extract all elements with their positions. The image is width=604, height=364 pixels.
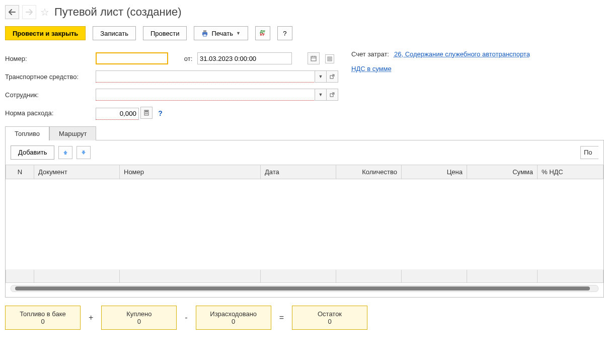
print-button[interactable]: Печать ▼ xyxy=(194,26,248,40)
summary-spent-label: Израсходовано xyxy=(205,310,262,318)
col-sum[interactable]: Сумма xyxy=(467,165,538,179)
summary-bought: Куплено 0 xyxy=(101,306,177,330)
cost-account-label: Счет затрат: xyxy=(351,50,389,58)
summary-bought-label: Куплено xyxy=(111,310,167,318)
employee-dropdown-button[interactable]: ▼ xyxy=(315,89,327,101)
col-price[interactable]: Цена xyxy=(402,165,467,179)
list-icon xyxy=(327,56,332,61)
chevron-down-icon: ▼ xyxy=(319,92,323,97)
summary-tank-label: Топливо в баке xyxy=(15,310,71,318)
submit-and-close-button[interactable]: Провести и закрыть xyxy=(5,26,86,40)
fuel-table: N Документ Номер Дата Количество Цена Су… xyxy=(6,165,603,283)
summary-remain-value: 0 xyxy=(301,318,358,325)
form-fields: Номер: от: Транспортное средство: ▼ xyxy=(5,49,341,123)
table-empty-row[interactable] xyxy=(6,179,603,269)
arrow-down-icon xyxy=(81,150,87,156)
vehicle-dropdown-button[interactable]: ▼ xyxy=(315,70,327,83)
summary-bought-value: 0 xyxy=(111,318,167,325)
svg-point-18 xyxy=(146,112,147,113)
summary-spent: Израсходовано 0 xyxy=(196,306,271,330)
summary-tank-value: 0 xyxy=(15,318,71,325)
svg-point-20 xyxy=(145,113,146,114)
number-label: Номер: xyxy=(5,49,96,67)
employee-lookup-input[interactable] xyxy=(96,89,315,101)
employee-label: Сотрудник: xyxy=(5,86,96,104)
number-input[interactable] xyxy=(96,52,168,64)
tabs: Топливо Маршрут xyxy=(5,126,604,140)
tab-route[interactable]: Маршрут xyxy=(49,126,96,140)
tab-fuel[interactable]: Топливо xyxy=(5,126,49,140)
summary-remain-label: Остаток xyxy=(301,310,358,318)
summary-spent-value: 0 xyxy=(205,318,262,325)
save-button[interactable]: Записать xyxy=(93,26,136,40)
dtkt-icon: ДᴛКᴛ xyxy=(260,30,266,36)
summary-remain: Остаток 0 xyxy=(292,306,367,330)
col-document[interactable]: Документ xyxy=(34,165,120,179)
main-toolbar: Провести и закрыть Записать Провести Печ… xyxy=(5,26,604,40)
rate-calculator-button[interactable] xyxy=(140,107,153,119)
posting-entries-button[interactable]: ДᴛКᴛ xyxy=(255,26,270,40)
svg-point-17 xyxy=(145,112,146,113)
print-button-label: Печать xyxy=(211,30,233,37)
page-title: Путевой лист (создание) xyxy=(54,6,182,19)
date-picker-button[interactable] xyxy=(308,52,320,64)
table-footer-row xyxy=(6,269,603,282)
external-icon xyxy=(330,92,335,97)
col-qty[interactable]: Количество xyxy=(336,165,402,179)
date-input[interactable] xyxy=(197,52,292,64)
col-vat[interactable]: % НДС xyxy=(538,165,603,179)
submit-button[interactable]: Провести xyxy=(143,26,187,40)
summary-tank: Топливо в баке 0 xyxy=(5,306,81,330)
svg-point-21 xyxy=(146,113,147,114)
from-label: от: xyxy=(181,49,197,67)
help-button[interactable]: ? xyxy=(277,26,292,40)
minus-icon: - xyxy=(185,313,187,322)
table-search-button[interactable]: По xyxy=(580,146,598,159)
open-document-list-button[interactable] xyxy=(325,54,334,63)
svg-point-22 xyxy=(147,113,148,114)
calendar-icon xyxy=(311,55,317,61)
fuel-summary-row: Топливо в баке 0 + Куплено 0 - Израсходо… xyxy=(5,306,604,330)
col-date[interactable]: Дата xyxy=(261,165,336,179)
vehicle-label: Транспортное средство: xyxy=(5,67,96,86)
arrow-up-icon xyxy=(62,150,68,156)
printer-icon xyxy=(201,30,208,37)
external-icon xyxy=(330,74,335,79)
svg-rect-3 xyxy=(311,56,316,61)
calculator-icon xyxy=(144,110,149,116)
rate-help-icon[interactable]: ? xyxy=(158,109,163,117)
svg-rect-1 xyxy=(203,30,206,32)
nav-forward-button[interactable] xyxy=(22,5,36,19)
vat-mode-link[interactable]: НДС в сумме xyxy=(351,65,392,72)
vehicle-open-button[interactable] xyxy=(326,70,338,83)
rate-input[interactable] xyxy=(96,108,139,120)
favorite-star-icon[interactable]: ☆ xyxy=(40,6,49,18)
cost-account-link[interactable]: 26, Содержание служебного автотранспорта xyxy=(394,50,530,58)
svg-point-19 xyxy=(147,112,148,113)
move-row-up-button[interactable] xyxy=(58,146,72,159)
dropdown-caret-icon: ▼ xyxy=(236,31,241,36)
nav-back-button[interactable] xyxy=(5,5,19,19)
plus-icon: + xyxy=(89,313,93,322)
svg-rect-16 xyxy=(145,111,148,112)
rate-label: Норма расхода: xyxy=(5,104,96,123)
col-n[interactable]: N xyxy=(6,165,34,179)
fuel-table-toolbar: Добавить По xyxy=(6,145,603,165)
equals-icon: = xyxy=(279,313,284,322)
svg-rect-2 xyxy=(203,34,206,36)
right-side-panel: Счет затрат: 26, Содержание служебного а… xyxy=(351,50,530,80)
col-number[interactable]: Номер xyxy=(120,165,261,179)
move-row-down-button[interactable] xyxy=(77,146,91,159)
tab-fuel-body: Добавить По N Документ Номер Дата Количе… xyxy=(5,140,604,298)
vehicle-lookup-input[interactable] xyxy=(96,70,315,83)
horizontal-scrollbar[interactable] xyxy=(11,285,598,292)
chevron-down-icon: ▼ xyxy=(319,74,323,79)
employee-open-button[interactable] xyxy=(326,89,338,101)
add-row-button[interactable]: Добавить xyxy=(11,145,54,160)
